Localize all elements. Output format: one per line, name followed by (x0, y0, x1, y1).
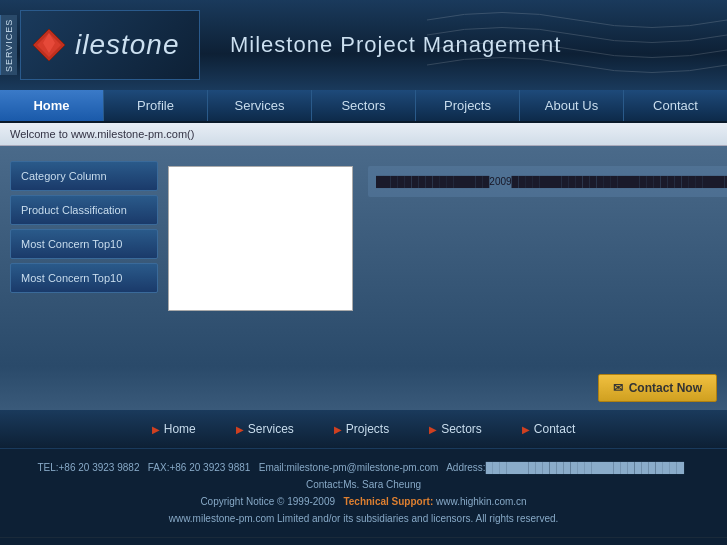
footer-rights-line: www.milestone-pm.com Limited and/or its … (20, 510, 707, 527)
nav-sectors[interactable]: Sectors (312, 90, 416, 121)
contact-now-row: ✉ Contact Now (0, 366, 727, 410)
arrow-icon: ▶ (429, 424, 437, 435)
arrow-icon: ▶ (236, 424, 244, 435)
nav-home[interactable]: Home (0, 90, 104, 121)
nav-profile[interactable]: Profile (104, 90, 208, 121)
center-image (168, 166, 353, 311)
welcome-text: Welcome to www.milestone-pm.com() (10, 128, 194, 140)
right-content: ████████████████2009████████████████████… (363, 161, 727, 351)
main-content: Category Column Product Classification M… (0, 146, 727, 366)
most-concern-top10-button-2[interactable]: Most Concern Top10 (10, 263, 158, 293)
footer-nav-sectors[interactable]: ▶ Sectors (429, 422, 482, 436)
category-column-button[interactable]: Category Column (10, 161, 158, 191)
left-sidebar: Category Column Product Classification M… (10, 161, 158, 351)
footer-nav-contact[interactable]: ▶ Contact (522, 422, 575, 436)
arrow-icon: ▶ (522, 424, 530, 435)
logo-box: ilestone (20, 10, 200, 80)
footer-nav-services[interactable]: ▶ Services (236, 422, 294, 436)
footer-contact-line: TEL:+86 20 3923 9882 FAX:+86 20 3923 988… (20, 459, 707, 493)
footer-info: TEL:+86 20 3923 9882 FAX:+86 20 3923 988… (0, 448, 727, 537)
product-classification-button[interactable]: Product Classification (10, 195, 158, 225)
right-text: ████████████████2009████████████████████… (368, 166, 727, 197)
contact-now-button[interactable]: ✉ Contact Now (598, 374, 717, 402)
footer-copyright-line: Copyright Notice © 1999-2009 Technical S… (20, 493, 707, 510)
footer-nav-home[interactable]: ▶ Home (152, 422, 196, 436)
header-decoration (427, 0, 727, 90)
nav-about[interactable]: About Us (520, 90, 624, 121)
arrow-icon: ▶ (152, 424, 160, 435)
envelope-icon: ✉ (613, 381, 623, 395)
footer-nav: ▶ Home ▶ Services ▶ Projects ▶ Sectors ▶… (0, 410, 727, 448)
navbar: Home Profile Services Sectors Projects A… (0, 90, 727, 123)
header: ilestone Milestone Project Management SE… (0, 0, 727, 90)
welcome-bar: Welcome to www.milestone-pm.com() (0, 123, 727, 146)
nav-contact[interactable]: Contact (624, 90, 727, 121)
logo-diamond-icon (29, 25, 69, 65)
nav-services[interactable]: Services (208, 90, 312, 121)
arrow-icon: ▶ (334, 424, 342, 435)
tech-support-label: Technical Support: (343, 496, 433, 507)
logo-text: ilestone (75, 29, 180, 61)
nav-projects[interactable]: Projects (416, 90, 520, 121)
most-concern-top10-button-1[interactable]: Most Concern Top10 (10, 229, 158, 259)
services-side-tab[interactable]: SERVICES (0, 15, 17, 75)
footer-bottom: m (0, 537, 727, 545)
footer-nav-projects[interactable]: ▶ Projects (334, 422, 389, 436)
